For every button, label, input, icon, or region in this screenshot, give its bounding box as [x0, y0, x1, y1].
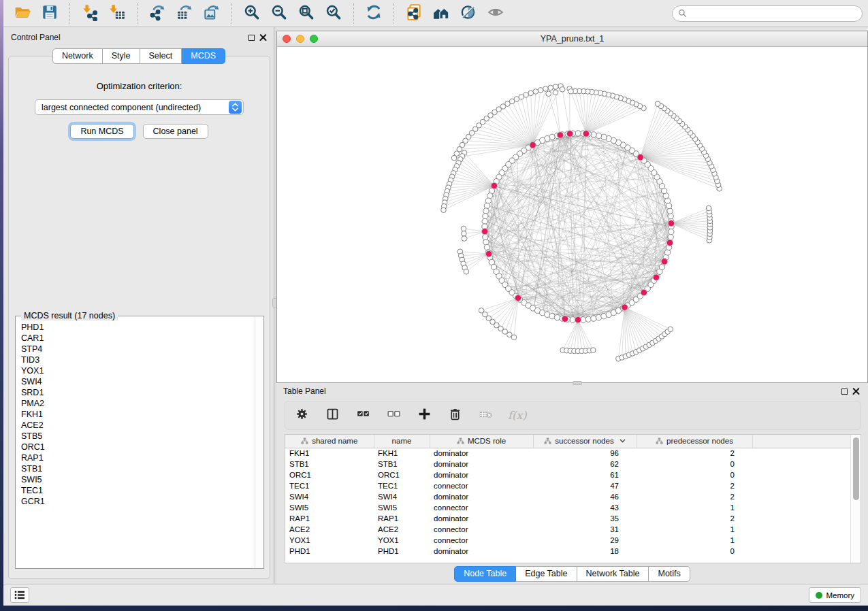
- columns-button[interactable]: [324, 408, 340, 424]
- close-panel-button[interactable]: Close panel: [143, 124, 208, 139]
- tab-style[interactable]: Style: [103, 48, 140, 64]
- tab-network[interactable]: Network: [52, 48, 103, 64]
- cell: connector: [430, 502, 533, 513]
- tab-motifs[interactable]: Motifs: [649, 566, 690, 582]
- run-mcds-button[interactable]: Run MCDS: [70, 124, 133, 139]
- zoom-out-button[interactable]: [266, 2, 293, 25]
- tab-node-table[interactable]: Node Table: [454, 566, 516, 582]
- float-panel-icon[interactable]: [248, 35, 255, 41]
- result-node-item[interactable]: SWI5: [21, 474, 255, 485]
- network-canvas[interactable]: [277, 47, 867, 382]
- table-scrollbar[interactable]: [850, 435, 861, 563]
- import-network-button[interactable]: [76, 2, 103, 25]
- delete-column-button[interactable]: [447, 408, 463, 424]
- table-row[interactable]: SWI5SWI5connector431: [285, 502, 850, 513]
- column-header-predecessor-nodes[interactable]: predecessor nodes: [637, 435, 752, 448]
- open-folder-button[interactable]: [9, 2, 36, 25]
- result-node-item[interactable]: TID3: [21, 354, 255, 365]
- result-node-item[interactable]: GCR1: [21, 496, 255, 507]
- deselect-all-icon: [387, 407, 401, 424]
- task-history-button[interactable]: [10, 587, 29, 603]
- node-table: shared namenameMCDS rolesuccessor nodesp…: [285, 434, 861, 563]
- cell: RAP1: [374, 513, 430, 524]
- column-label: shared name: [312, 437, 357, 445]
- table-row[interactable]: ACE2ACE2connector311: [285, 524, 850, 535]
- tab-edge-table[interactable]: Edge Table: [516, 566, 577, 582]
- result-node-item[interactable]: YOX1: [21, 365, 255, 376]
- result-node-item[interactable]: ACE2: [21, 420, 255, 431]
- import-table-icon: [108, 3, 126, 24]
- cell: PHD1: [285, 546, 374, 557]
- deselect-all-button[interactable]: [385, 408, 402, 424]
- cell: ORC1: [374, 469, 430, 480]
- zoom-in-button[interactable]: [238, 2, 266, 25]
- result-node-item[interactable]: PMA2: [21, 398, 255, 409]
- result-node-item[interactable]: ORC1: [21, 442, 255, 452]
- close-panel-icon[interactable]: [259, 34, 267, 42]
- network-graph[interactable]: [277, 47, 867, 382]
- export-network-button[interactable]: [144, 2, 171, 25]
- cell-filler: [752, 480, 850, 491]
- table-row[interactable]: TEC1TEC1connector472: [285, 480, 850, 491]
- eye-button[interactable]: [482, 2, 509, 25]
- horizontal-splitter-grip[interactable]: [573, 381, 582, 385]
- export-table-button[interactable]: [171, 2, 198, 25]
- table-row[interactable]: RAP1RAP1dominator352: [285, 513, 850, 524]
- network-file-button[interactable]: [400, 2, 428, 25]
- settings-gear-button[interactable]: [293, 408, 310, 424]
- result-scrollbar[interactable]: [255, 316, 263, 568]
- column-header-successor-nodes[interactable]: successor nodes: [533, 435, 637, 448]
- criterion-dropdown[interactable]: largest connected component (undirected): [35, 99, 244, 115]
- column-header-MCDS-role[interactable]: MCDS role: [430, 435, 533, 448]
- tab-mcds[interactable]: MCDS: [182, 48, 225, 64]
- cell: 0: [637, 469, 752, 480]
- result-node-item[interactable]: PHD1: [21, 322, 255, 333]
- tab-select[interactable]: Select: [140, 48, 182, 64]
- cell: dominator: [430, 491, 533, 502]
- table-row[interactable]: PHD1PHD1dominator180: [285, 546, 850, 557]
- save-button[interactable]: [36, 2, 63, 25]
- table-row[interactable]: STB1STB1dominator620: [285, 459, 850, 469]
- refresh-button[interactable]: [360, 2, 387, 25]
- table-row[interactable]: FKH1FKH1dominator962: [285, 448, 850, 459]
- table-row[interactable]: YOX1YOX1connector291: [285, 535, 850, 546]
- result-node-item[interactable]: TEC1: [21, 485, 255, 496]
- cell: 62: [533, 459, 637, 469]
- result-node-item[interactable]: SRD1: [21, 387, 255, 398]
- table-row[interactable]: ORC1ORC1dominator610: [285, 469, 850, 480]
- result-node-item[interactable]: STP4: [21, 344, 255, 354]
- result-node-item[interactable]: CAR1: [21, 333, 255, 344]
- select-all-button[interactable]: [355, 408, 371, 424]
- import-table-button[interactable]: [103, 2, 131, 25]
- add-column-button[interactable]: [416, 408, 432, 424]
- mcds-result-list[interactable]: PHD1CAR1STP4TID3YOX1SWI4SRD1PMA2FKH1ACE2…: [16, 316, 255, 568]
- float-table-panel-icon[interactable]: [841, 389, 848, 395]
- result-node-item[interactable]: FKH1: [21, 409, 255, 420]
- dropdown-stepper-icon: [229, 101, 242, 114]
- table-row[interactable]: SWI4SWI4dominator462: [285, 491, 850, 502]
- result-node-item[interactable]: STB1: [21, 463, 255, 474]
- houses-button[interactable]: [428, 2, 455, 25]
- result-node-item[interactable]: RAP1: [21, 452, 255, 463]
- column-header-name[interactable]: name: [374, 435, 430, 448]
- search-box[interactable]: [672, 5, 863, 22]
- result-node-item[interactable]: SWI4: [21, 376, 255, 387]
- search-input[interactable]: [690, 9, 856, 18]
- memory-button[interactable]: Memory: [809, 587, 861, 603]
- cell-filler: [752, 469, 850, 480]
- cell: connector: [430, 535, 533, 546]
- close-table-panel-icon[interactable]: [852, 388, 860, 395]
- result-node-item[interactable]: STB5: [21, 431, 255, 442]
- export-image-button[interactable]: [198, 2, 225, 25]
- cell: 29: [533, 535, 637, 546]
- cell: FKH1: [285, 448, 374, 459]
- zoom-fit-button[interactable]: [293, 2, 320, 25]
- cell: 47: [533, 480, 637, 491]
- column-header-shared-name[interactable]: shared name: [285, 435, 374, 448]
- network-titlebar[interactable]: YPA_prune.txt_1: [277, 31, 867, 47]
- table-scrollbar-thumb[interactable]: [853, 437, 859, 500]
- tab-network-table[interactable]: Network Table: [577, 566, 649, 582]
- function-builder-icon[interactable]: f(x): [508, 409, 526, 422]
- zoom-selected-button[interactable]: [320, 2, 347, 25]
- show-hide-details-button[interactable]: [455, 2, 482, 25]
